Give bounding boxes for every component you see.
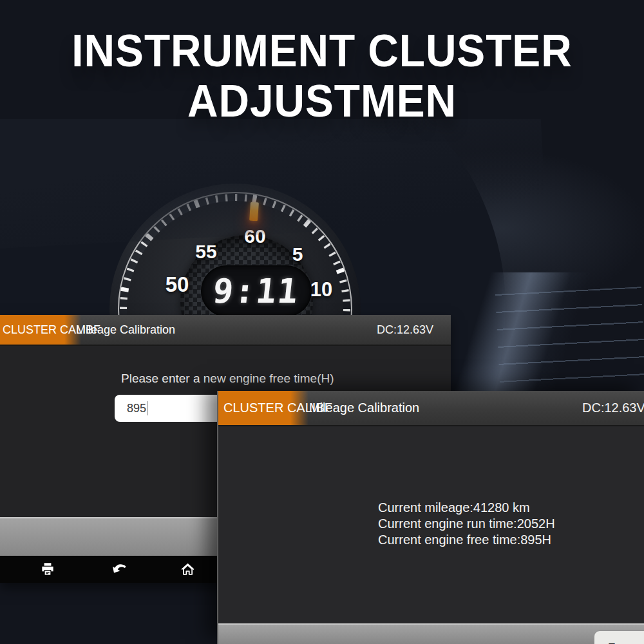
voltage-readout: DC:12.63V <box>582 391 644 425</box>
back-icon[interactable] <box>111 561 128 578</box>
text-caret <box>147 401 148 415</box>
input-prompt: Please enter a new engine free time(H) <box>121 372 334 386</box>
info-dialog-body: Current mileage:41280 km Current engine … <box>218 426 644 623</box>
hero-title: INSTRUMENT CLUSTER ADJUSTMEN <box>0 26 644 126</box>
info-dialog: CLUSTER CALIBF Mileage Calibration DC:12… <box>217 391 644 644</box>
current-values: Current mileage:41280 km Current engine … <box>378 500 555 548</box>
info-dialog-footer: Enter <box>218 623 644 644</box>
current-mileage-line: Current mileage:41280 km <box>378 500 555 516</box>
printer-icon[interactable] <box>39 561 56 578</box>
voltage-readout: DC:12.63V <box>377 315 433 345</box>
screen-title: Mileage Calibration <box>309 391 419 425</box>
engine-run-time-line: Current engine run time:2052H <box>378 516 555 532</box>
input-value: 895 <box>127 402 146 415</box>
input-dialog-header: CLUSTER CALIBF Mileage Calibration DC:12… <box>0 315 451 346</box>
dashboard-vent <box>443 272 644 393</box>
vent-slats <box>495 287 644 393</box>
info-dialog-header: CLUSTER CALIBF Mileage Calibration DC:12… <box>218 391 644 426</box>
hero-title-line1: INSTRUMENT CLUSTER <box>19 26 625 76</box>
enter-button[interactable]: Enter <box>594 630 644 644</box>
home-icon[interactable] <box>179 561 196 578</box>
engine-free-time-line: Current engine free time:895H <box>378 532 555 548</box>
screen-title: Mileage Calibration <box>76 315 175 345</box>
hero-title-line2: ADJUSTMEN <box>19 76 625 126</box>
